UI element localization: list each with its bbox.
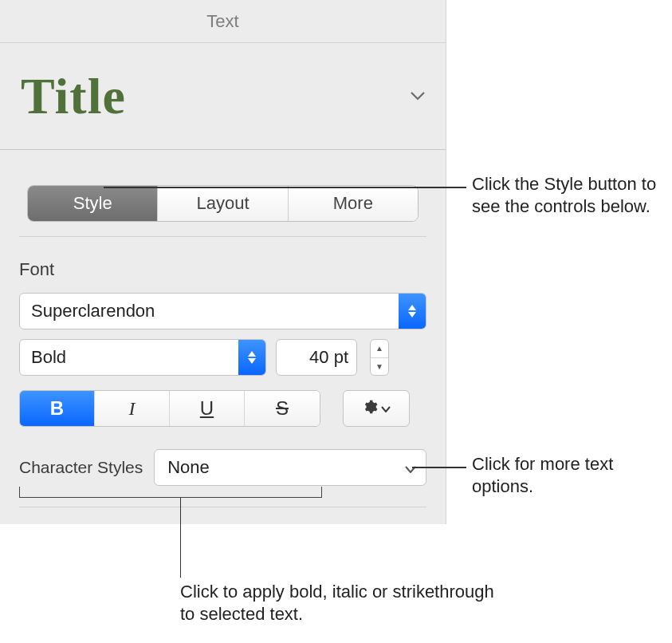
paragraph-style-name: Title xyxy=(21,67,411,126)
stepper-up-icon[interactable]: ▲ xyxy=(371,340,388,358)
font-section-label: Font xyxy=(0,237,446,288)
character-styles-popup[interactable]: None xyxy=(154,449,426,486)
underline-button[interactable]: U xyxy=(170,391,245,426)
tab-layout[interactable]: Layout xyxy=(158,186,288,221)
stepper-down-icon[interactable]: ▼ xyxy=(371,358,388,376)
gear-icon xyxy=(362,399,378,418)
callout-style-tab: Click the Style button to see the contro… xyxy=(472,173,659,218)
tab-style[interactable]: Style xyxy=(28,186,158,221)
chevron-down-icon xyxy=(381,401,391,416)
updown-arrows-icon xyxy=(238,340,265,375)
inspector-tab-text[interactable]: Text xyxy=(0,0,446,43)
italic-button[interactable]: I xyxy=(95,391,170,426)
font-size-stepper[interactable]: ▲ ▼ xyxy=(370,339,389,376)
tab-more[interactable]: More xyxy=(289,186,418,221)
bold-button[interactable]: B xyxy=(20,391,95,426)
inspector-tab-label: Text xyxy=(206,11,238,32)
updown-arrows-icon xyxy=(399,294,426,329)
advanced-text-options-button[interactable] xyxy=(343,390,410,427)
paragraph-style-button[interactable]: Title xyxy=(0,43,446,150)
text-style-group: B I U S xyxy=(19,390,320,427)
font-size-value: 40 pt xyxy=(277,347,356,368)
callout-more-options: Click for more text options. xyxy=(472,453,659,498)
font-weight-value: Bold xyxy=(31,347,238,368)
font-family-value: Superclarendon xyxy=(31,301,399,322)
font-size-field[interactable]: 40 pt xyxy=(276,339,357,376)
style-layout-more-tabs: Style Layout More xyxy=(27,185,419,222)
format-inspector-panel: Text Title Style Layout More Font Superc… xyxy=(0,0,446,524)
chevron-down-icon xyxy=(411,89,425,104)
character-styles-value: None xyxy=(167,457,405,478)
character-styles-label: Character Styles xyxy=(19,458,143,477)
callout-bius: Click to apply bold, italic or strikethr… xyxy=(180,581,499,625)
font-family-popup[interactable]: Superclarendon xyxy=(19,293,426,329)
strikethrough-button[interactable]: S xyxy=(245,391,320,426)
font-weight-popup[interactable]: Bold xyxy=(19,339,266,376)
